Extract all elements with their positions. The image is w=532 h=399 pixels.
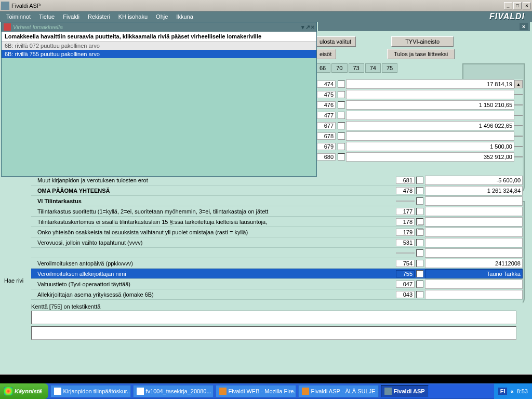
maximize-button[interactable]: □ [513, 2, 522, 9]
tray-chevron-icon[interactable]: « [510, 388, 513, 394]
form-row-checkbox[interactable] [416, 291, 423, 298]
scrollbar[interactable] [514, 115, 523, 116]
form-row-checkbox[interactable] [416, 229, 423, 236]
tab-66[interactable]: 66 [315, 63, 330, 73]
row-checkbox[interactable] [338, 81, 345, 88]
scroll-up-icon[interactable]: ▲ [514, 80, 523, 88]
form-row-value[interactable] [425, 228, 523, 237]
menu-kh-isohaku[interactable]: KH isohaku [115, 12, 151, 21]
status-field-1[interactable] [31, 311, 516, 324]
error-dialog: Virheet lomakkeella ▾ ↗ × Lomakkeella ha… [1, 22, 317, 177]
menu-toiminnot[interactable]: Toiminnot [3, 12, 34, 21]
taskbar-item[interactable]: Fivaldi WEB - Mozilla Fire... [216, 385, 296, 397]
form-row-value[interactable]: 1 261 324,84 [425, 186, 523, 195]
row-checkbox[interactable] [338, 101, 345, 109]
form-row-value[interactable]: -5 600,00 [425, 176, 523, 185]
form-row-value[interactable] [425, 207, 523, 216]
tulos-tase-button[interactable]: Tulos ja tase liitteeksi [387, 49, 455, 59]
error-maximize-icon[interactable]: ↗ [305, 24, 310, 31]
scrollbar[interactable] [514, 156, 523, 157]
form-row[interactable]: Tilintarkastuskertomus ei sisällä tilint… [31, 217, 523, 227]
form-row[interactable]: Onko yhteisön osakkeista tai osuuksista … [31, 227, 523, 237]
form-row-checkbox[interactable] [416, 239, 423, 246]
row-value[interactable]: 1 500,00 [346, 142, 514, 151]
row-value[interactable] [346, 90, 514, 99]
scrollbar[interactable] [514, 125, 523, 126]
form-row-value[interactable] [425, 196, 523, 206]
taskbar-item[interactable]: Kirjanpidon tilinpäätöskur... [50, 385, 131, 397]
row-checkbox[interactable] [338, 122, 345, 129]
menu-fivaldi[interactable]: Fivaldi [60, 12, 83, 21]
taskbar-item[interactable]: fv1004_tasekirja_20080... [133, 385, 214, 397]
tab-75[interactable]: 75 [382, 63, 397, 73]
form-row[interactable]: OMA PÄÄOMA YHTEENSÄ4781 261 324,84 [31, 185, 523, 196]
row-checkbox[interactable] [338, 143, 345, 150]
menu-ohje[interactable]: Ohje [153, 12, 171, 21]
row-checkbox[interactable] [338, 132, 345, 140]
form-row[interactable]: Allekirjoittajan asema yrityksessä (loma… [31, 289, 523, 300]
tyvi-aineisto-button[interactable]: TYVI-aineisto [391, 36, 454, 47]
error-dialog-icon [4, 23, 11, 31]
form-row-value[interactable] [425, 248, 523, 258]
form-row-value[interactable]: 24112008 [425, 259, 523, 268]
menu-ikkuna[interactable]: Ikkuna [173, 12, 196, 21]
form-row-checkbox[interactable] [416, 197, 423, 205]
taskbar-item[interactable]: Fivaldi ASP - ÄLÄ SULJE -... [298, 385, 379, 397]
form-row-checkbox[interactable] [416, 281, 423, 288]
status-field-2[interactable] [31, 326, 516, 340]
taskbar-item-active[interactable]: Fivaldi ASP [381, 385, 429, 397]
print-selected-button[interactable]: ulosta valitut [315, 36, 356, 47]
menu-tietue[interactable]: Tietue [36, 12, 58, 21]
error-dialog-titlebar[interactable]: Virheet lomakkeella ▾ ↗ × [2, 22, 316, 32]
secondary-close-button[interactable]: × [520, 23, 528, 30]
eisot-button[interactable]: eisöt [315, 49, 336, 59]
scrollbar[interactable] [514, 136, 523, 137]
form-row[interactable]: Valtuustieto (Tyvi-operaattori täyttää)0… [31, 279, 523, 289]
window-title: Fivaldi ASP [11, 3, 504, 9]
form-row-checkbox[interactable] [416, 187, 423, 194]
form-row-checkbox[interactable] [416, 260, 423, 267]
form-row[interactable]: Veroilmoituksen allekirjoittajan nimi755… [31, 269, 523, 279]
close-button[interactable]: × [523, 2, 531, 9]
form-row-value[interactable] [425, 280, 523, 289]
form-row-checkbox[interactable] [416, 218, 423, 225]
form-row-checkbox[interactable] [416, 249, 423, 257]
form-row-value[interactable] [425, 217, 523, 227]
row-value[interactable] [346, 131, 514, 141]
tab-73[interactable]: 73 [349, 63, 364, 73]
scrollbar[interactable] [514, 104, 523, 105]
form-row-checkbox[interactable] [416, 177, 423, 184]
form-row-value[interactable] [425, 290, 523, 299]
row-value[interactable]: 1 496 022,65 [346, 121, 514, 130]
language-indicator[interactable]: FI [498, 388, 508, 395]
form-row[interactable]: Verovuosi, jolloin vaihto tapahtunut (vv… [31, 237, 523, 248]
form-row[interactable]: Muut kirjanpidon ja verotuksen tulosten … [31, 175, 523, 185]
form-row-checkbox[interactable] [416, 208, 423, 215]
row-value[interactable] [346, 111, 514, 120]
form-row[interactable]: Veroilmoituksen antopäivä (ppkkvvvv)7542… [31, 258, 523, 269]
form-row-value[interactable]: Tauno Tarkka [425, 269, 523, 278]
minimize-button[interactable]: _ [504, 2, 512, 9]
error-minimize-icon[interactable]: ▾ [301, 24, 304, 31]
row-checkbox[interactable] [338, 153, 345, 161]
row-value[interactable]: 17 814,19 [346, 79, 514, 89]
form-row[interactable]: VI Tilintarkastus [31, 196, 523, 206]
row-checkbox[interactable] [338, 91, 345, 98]
error-close-icon[interactable]: × [311, 24, 314, 31]
form-row-value[interactable] [425, 238, 523, 247]
form-row[interactable] [31, 248, 523, 258]
scrollbar[interactable] [514, 146, 523, 147]
row-checkbox[interactable] [338, 112, 345, 119]
row-value[interactable]: 352 912,00 [346, 152, 514, 162]
scrollbar[interactable] [514, 94, 523, 95]
tab-70[interactable]: 70 [331, 63, 347, 73]
error-row-selected[interactable]: 6B: rivillä 755 puuttuu pakollinen arvo [2, 50, 316, 58]
start-button[interactable]: Käynnistä [0, 383, 48, 399]
form-row-checkbox[interactable] [416, 270, 423, 277]
error-header: Lomakkeella havaittiin seuraavia puuttei… [2, 32, 316, 42]
error-row[interactable]: 6B: rivillä 072 puuttuu pakollinen arvo [2, 42, 316, 50]
row-value[interactable]: 1 150 210,65 [346, 100, 514, 110]
tab-74[interactable]: 74 [365, 63, 381, 73]
form-row[interactable]: Tilintarkastus suoritettu (1=kyllä, 2=ei… [31, 206, 523, 217]
menu-rekisteri[interactable]: Rekisteri [85, 12, 113, 21]
